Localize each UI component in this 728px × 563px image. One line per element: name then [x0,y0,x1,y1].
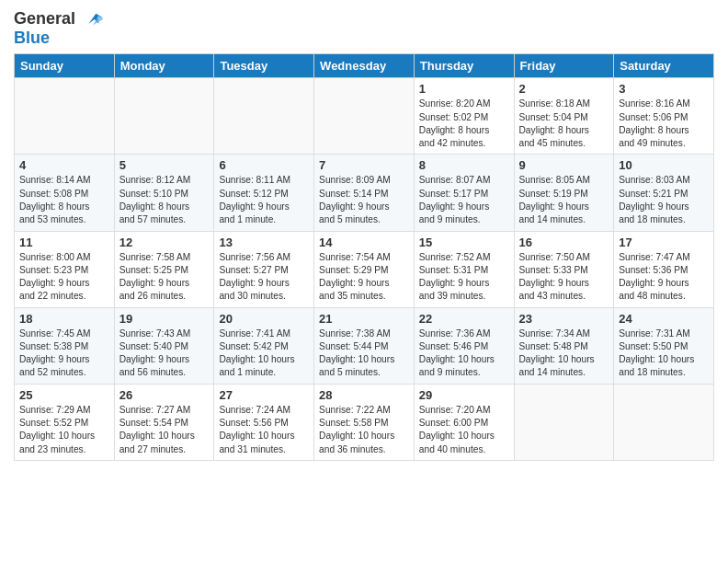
day-number: 16 [519,236,609,249]
calendar-cell [15,78,115,155]
weekday-tuesday: Tuesday [214,54,314,78]
day-info: Sunrise: 7:54 AMSunset: 5:29 PMDaylight:… [319,251,409,304]
day-info: Sunrise: 7:45 AMSunset: 5:38 PMDaylight:… [19,327,109,380]
calendar-cell: 27Sunrise: 7:24 AMSunset: 5:56 PMDayligh… [214,384,314,460]
day-number: 26 [119,388,210,402]
calendar-cell: 16Sunrise: 7:50 AMSunset: 5:33 PMDayligh… [514,231,614,307]
day-number: 17 [619,236,709,249]
calendar-cell: 26Sunrise: 7:27 AMSunset: 5:54 PMDayligh… [114,384,214,460]
day-number: 29 [419,388,509,402]
calendar-cell: 15Sunrise: 7:52 AMSunset: 5:31 PMDayligh… [414,231,514,307]
day-info: Sunrise: 8:20 AMSunset: 5:02 PMDaylight:… [419,98,509,150]
calendar-cell: 19Sunrise: 7:43 AMSunset: 5:40 PMDayligh… [114,307,214,384]
calendar-cell: 13Sunrise: 7:56 AMSunset: 5:27 PMDayligh… [214,231,314,307]
day-number: 6 [219,158,309,172]
day-number: 11 [19,236,109,249]
calendar-cell: 8Sunrise: 8:07 AMSunset: 5:17 PMDaylight… [414,155,514,231]
day-number: 3 [619,82,709,96]
calendar-cell: 7Sunrise: 8:09 AMSunset: 5:14 PMDaylight… [314,155,415,231]
day-info: Sunrise: 7:52 AMSunset: 5:31 PMDaylight:… [419,251,509,304]
logo-blue: Blue [14,29,106,46]
day-info: Sunrise: 7:20 AMSunset: 6:00 PMDaylight:… [419,404,509,456]
day-info: Sunrise: 8:09 AMSunset: 5:14 PMDaylight:… [319,174,409,226]
day-number: 18 [19,312,109,326]
day-number: 12 [119,236,210,249]
day-info: Sunrise: 7:22 AMSunset: 5:58 PMDaylight:… [319,404,409,456]
calendar-cell: 5Sunrise: 8:12 AMSunset: 5:10 PMDaylight… [114,155,214,231]
day-number: 15 [419,236,509,249]
day-info: Sunrise: 8:11 AMSunset: 5:12 PMDaylight:… [219,174,309,226]
day-info: Sunrise: 7:58 AMSunset: 5:25 PMDaylight:… [119,251,210,304]
calendar-page: General Blue SundayMo [0,0,728,563]
day-info: Sunrise: 8:18 AMSunset: 5:04 PMDaylight:… [519,98,609,150]
day-number: 24 [619,312,709,326]
calendar-cell: 2Sunrise: 8:18 AMSunset: 5:04 PMDaylight… [514,78,614,155]
day-number: 22 [419,312,509,326]
day-info: Sunrise: 7:29 AMSunset: 5:52 PMDaylight:… [19,404,109,456]
day-number: 5 [119,158,210,172]
day-info: Sunrise: 7:50 AMSunset: 5:33 PMDaylight:… [519,251,609,304]
calendar-week-1: 1Sunrise: 8:20 AMSunset: 5:02 PMDaylight… [15,78,714,155]
day-number: 19 [119,312,210,326]
weekday-header-row: SundayMondayTuesdayWednesdayThursdayFrid… [15,54,714,78]
calendar-cell: 28Sunrise: 7:22 AMSunset: 5:58 PMDayligh… [314,384,415,460]
day-number: 4 [19,158,109,172]
calendar-cell [314,78,415,155]
calendar-table: SundayMondayTuesdayWednesdayThursdayFrid… [14,53,714,461]
calendar-cell: 29Sunrise: 7:20 AMSunset: 6:00 PMDayligh… [414,384,514,460]
day-number: 27 [219,388,309,402]
weekday-saturday: Saturday [614,54,714,78]
day-info: Sunrise: 7:34 AMSunset: 5:48 PMDaylight:… [519,327,609,380]
day-number: 23 [519,312,609,326]
day-number: 7 [319,158,409,172]
weekday-monday: Monday [114,54,214,78]
day-info: Sunrise: 8:14 AMSunset: 5:08 PMDaylight:… [19,174,109,226]
calendar-cell: 4Sunrise: 8:14 AMSunset: 5:08 PMDaylight… [15,155,115,231]
calendar-week-3: 11Sunrise: 8:00 AMSunset: 5:23 PMDayligh… [15,231,714,307]
logo: General Blue [14,9,106,46]
day-info: Sunrise: 7:36 AMSunset: 5:46 PMDaylight:… [419,327,509,380]
calendar-cell: 1Sunrise: 8:20 AMSunset: 5:02 PMDaylight… [414,78,514,155]
day-number: 8 [419,158,509,172]
day-info: Sunrise: 8:16 AMSunset: 5:06 PMDaylight:… [619,98,709,150]
calendar-cell: 20Sunrise: 7:41 AMSunset: 5:42 PMDayligh… [214,307,314,384]
weekday-thursday: Thursday [414,54,514,78]
day-info: Sunrise: 7:56 AMSunset: 5:27 PMDaylight:… [219,251,309,304]
day-number: 21 [319,312,409,326]
calendar-cell [514,384,614,460]
calendar-cell: 10Sunrise: 8:03 AMSunset: 5:21 PMDayligh… [614,155,714,231]
calendar-cell: 21Sunrise: 7:38 AMSunset: 5:44 PMDayligh… [314,307,415,384]
calendar-cell: 11Sunrise: 8:00 AMSunset: 5:23 PMDayligh… [15,231,115,307]
calendar-cell: 6Sunrise: 8:11 AMSunset: 5:12 PMDaylight… [214,155,314,231]
day-info: Sunrise: 7:38 AMSunset: 5:44 PMDaylight:… [319,327,409,380]
calendar-week-4: 18Sunrise: 7:45 AMSunset: 5:38 PMDayligh… [15,307,714,384]
day-info: Sunrise: 8:03 AMSunset: 5:21 PMDaylight:… [619,174,709,226]
day-info: Sunrise: 8:00 AMSunset: 5:23 PMDaylight:… [19,251,109,304]
day-info: Sunrise: 8:05 AMSunset: 5:19 PMDaylight:… [519,174,609,226]
weekday-wednesday: Wednesday [314,54,415,78]
day-number: 1 [419,82,509,96]
calendar-cell: 12Sunrise: 7:58 AMSunset: 5:25 PMDayligh… [114,231,214,307]
day-number: 28 [319,388,409,402]
header: General Blue [14,9,714,46]
day-info: Sunrise: 8:07 AMSunset: 5:17 PMDaylight:… [419,174,509,226]
calendar-cell: 3Sunrise: 8:16 AMSunset: 5:06 PMDaylight… [614,78,714,155]
calendar-cell [614,384,714,460]
logo-bird-icon [82,9,106,29]
day-info: Sunrise: 7:24 AMSunset: 5:56 PMDaylight:… [219,404,309,456]
day-number: 20 [219,312,309,326]
day-info: Sunrise: 7:27 AMSunset: 5:54 PMDaylight:… [119,404,210,456]
calendar-cell: 23Sunrise: 7:34 AMSunset: 5:48 PMDayligh… [514,307,614,384]
weekday-friday: Friday [514,54,614,78]
day-number: 10 [619,158,709,172]
calendar-cell [214,78,314,155]
day-info: Sunrise: 7:47 AMSunset: 5:36 PMDaylight:… [619,251,709,304]
calendar-cell: 22Sunrise: 7:36 AMSunset: 5:46 PMDayligh… [414,307,514,384]
day-number: 2 [519,82,609,96]
calendar-week-2: 4Sunrise: 8:14 AMSunset: 5:08 PMDaylight… [15,155,714,231]
calendar-cell [114,78,214,155]
calendar-cell: 9Sunrise: 8:05 AMSunset: 5:19 PMDaylight… [514,155,614,231]
calendar-cell: 17Sunrise: 7:47 AMSunset: 5:36 PMDayligh… [614,231,714,307]
calendar-cell: 25Sunrise: 7:29 AMSunset: 5:52 PMDayligh… [15,384,115,460]
day-info: Sunrise: 7:31 AMSunset: 5:50 PMDaylight:… [619,327,709,380]
